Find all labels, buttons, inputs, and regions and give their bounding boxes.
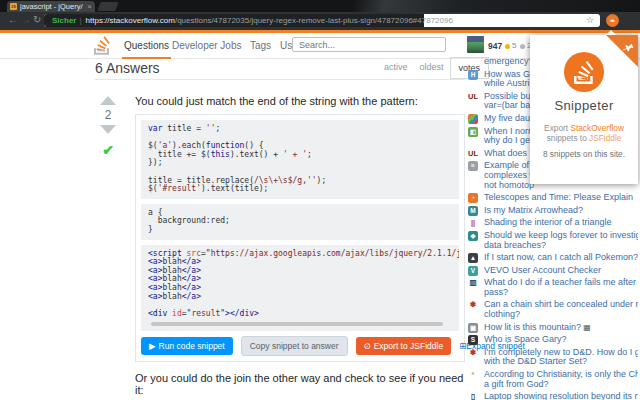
site-icon: ◆ [468,231,478,241]
hot-question-item[interactable]: ▣How lit is this mountain? ▦ [468,323,638,333]
silver-badge-icon [520,44,525,49]
secure-label: Sicher [52,16,76,25]
nav-item-developer-jobs[interactable]: Developer Jobs [172,40,241,51]
hot-question-item[interactable]: ✽Can a chain shirt be concealed under no… [468,300,638,319]
refresh-icon[interactable]: ↻ [33,14,41,25]
code-snippet-widget: var title = ''; $('a').each(function() {… [135,114,465,362]
tab-active[interactable]: active [378,57,414,79]
gold-badge-count: 5 [512,41,516,50]
so-logo-icon[interactable] [94,36,110,59]
site-icon: UL [468,149,478,159]
hot-question-item[interactable]: ◆Should we keep logs forever to investig… [468,231,638,250]
site-icon: || [468,218,478,228]
answer-outro: Or you could do the join the other way a… [135,372,465,396]
search-input[interactable] [292,37,446,52]
snippeter-popup: Snippeter Export StackOverflow snippets … [530,35,638,184]
url-bar[interactable]: Sicher | https://stackoverflow.com/quest… [44,14,600,27]
extension-icon[interactable]: ❧ [606,14,619,27]
export-icon: ⊙ [364,341,371,351]
code-block-js: var title = ''; $('a').each(function() {… [141,120,459,199]
hot-question-item[interactable]: ▯Laptop showing resolution beyond its no… [468,392,638,400]
site-icon: ▥ [468,278,478,288]
nav-item-tags[interactable]: Tags [250,40,271,51]
horizontal-scrollbar[interactable] [148,322,452,326]
url-selection: Sicher | https://stackoverflow.com/quest… [44,14,424,27]
tab-oldest[interactable]: oldest [414,57,450,79]
accepted-check-icon: ✔ [96,142,120,158]
site-icon: ✽ [468,348,478,358]
hot-question-item[interactable]: ▥What do I do if a teacher fails me afte… [468,278,638,297]
site-icon: ▯ [468,392,478,400]
hot-question-item[interactable]: ▲If I start now, can I catch all Pokemon… [468,253,638,263]
forward-icon[interactable]: → [21,14,31,25]
site-icon: ▲ [468,253,478,263]
url-path: /questions/47872035/jquery-regex-remove-… [175,16,453,25]
browser-window: JS javascript - jQuery/ × ← → ↻ Sicher |… [0,0,640,400]
popup-title: Snippeter [530,98,638,113]
site-icon: H [468,70,478,80]
new-tab-button[interactable] [97,2,118,11]
site-icon: ✽ [468,300,478,310]
chart-icon: ▦ [581,323,591,332]
answers-heading: 6 Answers [95,60,160,76]
run-code-snippet-button[interactable]: ▶Run code snippet [141,337,233,355]
hot-question-item[interactable]: ✽I'm completely new to D&D. How do I get… [468,348,638,367]
tab-strip: JS javascript - jQuery/ × [0,0,640,12]
site-icon: * [468,370,478,380]
site-icon: ◔ [468,193,478,203]
hot-question-item[interactable]: ◔Telescopes and Time: Please Explain [468,193,638,203]
site-icon: ◧ [468,127,478,137]
hot-question-item[interactable]: SWho is Space Gary? [468,335,638,345]
browser-tab[interactable]: JS javascript - jQuery/ × [7,1,95,12]
tab-title: javascript - jQuery/ [20,2,85,11]
site-icon: S [468,335,478,345]
snippeter-logo-icon [564,52,604,92]
popup-description-line1: Export StackOverflow [530,123,638,133]
site-icon: V [468,266,478,276]
popup-description-line2: snippets to JSFiddle [530,133,638,143]
downvote-icon[interactable] [100,125,116,134]
divider [95,79,465,80]
nav-item-questions[interactable]: Questions [124,40,169,51]
vote-count: 2 [96,108,120,122]
browser-toolbar: ← → ↻ Sicher | https://stackoverflow.com… [0,12,640,30]
scrollbar-thumb[interactable] [151,322,443,326]
popup-caret [606,30,616,35]
upvote-icon[interactable] [100,96,116,105]
snippet-buttons: ▶Run code snippet Copy snippet to answer… [141,336,459,356]
hot-question-item[interactable]: MIs my Matrix Arrowhead? [468,206,638,216]
hot-question-item[interactable]: ||Shading the interior of a triangle [468,218,638,228]
hot-question-item[interactable]: VVEVO User Account Checker [468,266,638,276]
popup-snippet-count: 8 snippets on this site. [530,149,638,159]
site-icon: ▣ [468,323,478,333]
avatar[interactable] [467,36,484,53]
reputation-count: 947 [488,41,502,51]
code-block-html: <script src="https://ajax.googleapis.com… [141,245,459,332]
tab-close-icon[interactable]: × [87,3,92,11]
url-host: https://stackoverflow.com [86,16,175,25]
bookmark-star-icon[interactable]: ☆ [586,15,594,25]
site-icon: ≡ [468,161,478,171]
hot-question-item[interactable]: *According to Christianity, is only the … [468,370,638,389]
back-icon[interactable]: ← [8,14,18,25]
vote-column: 2 ✔ [96,96,120,158]
url-separator: | [79,16,81,25]
site-icon: UL [468,92,478,102]
play-icon: ▶ [149,341,156,351]
stackoverflow-brand: StackOverflow [570,123,623,133]
answer-body: You could just match the end of the stri… [135,95,465,400]
site-icon: M [468,206,478,216]
gold-badge-icon [505,44,510,49]
answer-intro: You could just match the end of the stri… [135,95,465,107]
copy-snippet-button[interactable]: Copy snippet to answer [241,336,348,356]
jsfiddle-brand: JSFiddle [589,133,621,143]
tab-favicon: JS [10,3,17,10]
export-to-jsfiddle-button[interactable]: ⊙Export to JSFiddle [356,337,452,355]
code-block-css: a { background:red;} [141,204,459,240]
site-icon [468,114,478,124]
